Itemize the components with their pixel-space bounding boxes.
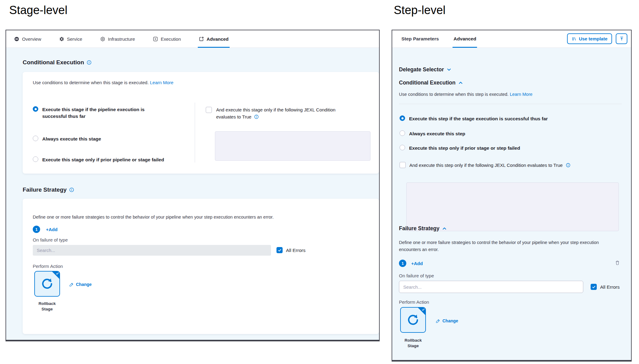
column-divider [195, 103, 195, 163]
all-errors-label: All Errors [286, 248, 306, 253]
change-action-button[interactable]: Change [69, 282, 92, 287]
pencil-icon [69, 282, 74, 287]
selected-action-caption: Rollback Stage [400, 338, 426, 348]
conditional-execution-header[interactable]: Conditional Execution [399, 80, 463, 86]
info-icon[interactable] [254, 114, 259, 119]
action-caption-line1: Rollback [400, 338, 426, 343]
tab-step-parameters[interactable]: Step Parameters [401, 30, 439, 47]
change-label: Change [76, 282, 92, 287]
upload-icon [619, 36, 624, 41]
radio-option-execute-if-failed[interactable]: Execute this step only if prior stage or… [400, 145, 520, 152]
conditional-execution-heading: Conditional Execution [23, 59, 92, 66]
heading-text: Delegate Selector [399, 66, 444, 73]
info-icon[interactable] [566, 163, 570, 167]
radio-option-always-execute[interactable]: Always execute this stage [33, 136, 101, 142]
use-template-button[interactable]: Use template [567, 33, 612, 44]
all-errors-checkbox[interactable] [276, 247, 283, 253]
radio-option-execute-if-failed[interactable]: Execute this stage only if prior pipelin… [33, 156, 164, 163]
conditional-execution-description: Use conditions to determine when this st… [399, 92, 532, 97]
learn-more-link[interactable]: Learn More [510, 92, 532, 97]
rollback-stage-action-tile[interactable] [34, 271, 60, 297]
rotate-icon [406, 313, 420, 327]
learn-more-link[interactable]: Learn More [150, 80, 174, 85]
step-panel: Step Parameters Advanced Use template De… [392, 30, 632, 361]
tab-overview[interactable]: Overview [14, 30, 41, 47]
all-errors-checkbox[interactable] [591, 284, 597, 290]
upload-button[interactable] [616, 33, 627, 44]
tab-label: Advanced [207, 36, 229, 42]
tab-advanced[interactable]: Advanced [199, 30, 229, 47]
stage-panel: Overview Service Infrastructure Executio… [6, 30, 380, 340]
failure-strategy-header[interactable]: Failure Strategy [399, 225, 447, 232]
radio-option-execute-if-successful[interactable]: Execute this step if the stage execution… [400, 115, 548, 122]
jexl-condition-input[interactable] [215, 131, 370, 161]
action-caption-line1: Rollback [34, 301, 60, 306]
action-caption-line2: Stage [34, 306, 60, 312]
jexl-condition-checkbox[interactable] [400, 162, 406, 168]
radio-label: Execute this stage if the pipeline execu… [42, 106, 156, 120]
failure-type-search-input[interactable] [399, 281, 583, 293]
perform-action-label: Perform Action [33, 264, 63, 269]
heading-text: Conditional Execution [399, 80, 456, 86]
chevron-up-icon [442, 226, 447, 231]
add-strategy-button[interactable]: +Add [411, 261, 423, 266]
failure-strategy-description: Define one or more failure strategies to… [399, 239, 616, 253]
add-strategy-button[interactable]: +Add [46, 227, 58, 232]
failure-strategy-heading: Failure Strategy [23, 186, 74, 193]
strategy-index-badge[interactable]: 1 [33, 226, 40, 233]
radio-button[interactable] [400, 130, 405, 136]
jexl-condition-input[interactable] [406, 182, 619, 231]
on-failure-of-type-label: On failure of type [399, 273, 434, 278]
radio-button[interactable] [400, 145, 405, 150]
execution-play-icon [153, 36, 158, 42]
radio-option-execute-if-successful[interactable]: Execute this stage if the pipeline execu… [33, 106, 156, 120]
description-text: Use conditions to determine when this st… [399, 92, 509, 97]
radio-button[interactable] [33, 106, 38, 112]
tab-label: Advanced [453, 36, 476, 42]
step-advanced-content: Delegate Selector Conditional Execution … [392, 48, 631, 360]
tab-label: Service [67, 36, 82, 42]
all-errors-label: All Errors [600, 284, 620, 290]
rotate-icon [40, 277, 54, 291]
radio-label: Execute this stage only if prior pipelin… [42, 156, 164, 163]
chevron-down-icon [447, 67, 451, 72]
tab-advanced[interactable]: Advanced [453, 30, 476, 47]
on-failure-of-type-label: On failure of type [33, 237, 68, 242]
info-icon[interactable] [87, 60, 92, 65]
gear-icon [59, 36, 64, 42]
radio-button[interactable] [33, 156, 38, 162]
library-icon [572, 36, 577, 41]
radio-button[interactable] [400, 115, 405, 121]
radio-label: Always execute this step [409, 130, 465, 137]
failure-strategy-card: Define one or more failure strategies to… [23, 199, 379, 334]
tab-label: Step Parameters [401, 36, 439, 42]
delegate-selector-header[interactable]: Delegate Selector [399, 66, 451, 73]
stage-level-title: Stage-level [9, 4, 67, 17]
overview-icon [14, 36, 19, 42]
section-divider [399, 104, 622, 104]
tab-execution[interactable]: Execution [153, 30, 181, 47]
radio-option-always-execute[interactable]: Always execute this step [400, 130, 465, 137]
infrastructure-icon [100, 36, 105, 42]
info-icon[interactable] [69, 187, 74, 192]
description-text: Use conditions to determine when this st… [33, 80, 149, 85]
conditional-execution-description: Use conditions to determine when this st… [33, 80, 173, 85]
change-action-button[interactable]: Change [436, 318, 458, 323]
jexl-condition-label: And execute this step only if the follow… [409, 163, 570, 168]
failure-type-search-input[interactable] [33, 245, 271, 256]
rollback-stage-action-tile[interactable] [400, 307, 426, 333]
jexl-label-text: And execute this stage only if the follo… [216, 107, 336, 119]
radio-label: Always execute this stage [42, 136, 101, 142]
jexl-condition-checkbox[interactable] [206, 107, 212, 113]
tab-service[interactable]: Service [59, 30, 82, 47]
strategy-index-badge[interactable]: 1 [399, 260, 406, 267]
tab-infrastructure[interactable]: Infrastructure [100, 30, 135, 47]
advanced-icon [199, 36, 204, 42]
radio-button[interactable] [33, 136, 38, 141]
trash-icon[interactable] [615, 260, 620, 265]
radio-label: Execute this step only if prior stage or… [409, 145, 520, 152]
change-label: Change [442, 318, 458, 323]
step-tabbar: Step Parameters Advanced Use template [392, 30, 631, 48]
jexl-label-text: And execute this step only if the follow… [409, 163, 563, 168]
heading-text: Conditional Execution [23, 59, 84, 66]
